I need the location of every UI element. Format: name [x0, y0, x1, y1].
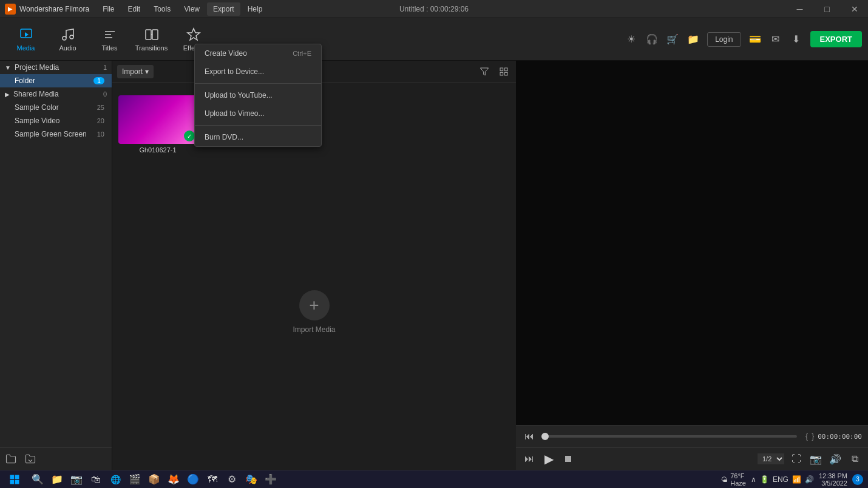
- menu-view[interactable]: View: [178, 2, 206, 16]
- search-taskbar-button[interactable]: 🔍: [29, 471, 46, 488]
- export-button[interactable]: EXPORT: [810, 31, 862, 47]
- upload-vimeo-item[interactable]: Upload to Vimeo...: [195, 104, 321, 123]
- toolbar-media[interactable]: Media: [6, 21, 46, 58]
- svg-rect-10: [504, 72, 507, 75]
- grid-view-button[interactable]: [497, 64, 511, 79]
- shared-media-arrow: ▶: [5, 91, 10, 98]
- settings-button[interactable]: ⚙: [223, 471, 240, 488]
- prev-frame-button[interactable]: ⏮: [522, 429, 537, 444]
- app-logo: ▶ Wondershare Filmora: [5, 4, 89, 15]
- headphones-icon[interactable]: 🎧: [645, 33, 659, 46]
- play-button[interactable]: ▶: [541, 452, 556, 466]
- speed-select[interactable]: 1/2 1/4 1x: [758, 453, 784, 464]
- shared-media-header[interactable]: ▶ Shared Media 0: [0, 87, 112, 101]
- export-to-device-item[interactable]: Export to Device...: [195, 63, 321, 81]
- burn-dvd-item[interactable]: Burn DVD...: [195, 128, 321, 146]
- shared-media-label: Shared Media: [13, 90, 59, 98]
- snapshot-button[interactable]: 📷: [809, 452, 823, 466]
- pip-button[interactable]: ⧉: [847, 452, 862, 466]
- dropdown-separator-1: [195, 83, 321, 84]
- filmora-taskbar-button[interactable]: 🎬: [126, 471, 143, 488]
- dropbox-button[interactable]: 📦: [146, 471, 163, 488]
- sample-color-item[interactable]: Sample Color 25: [0, 101, 112, 114]
- menu-edit[interactable]: Edit: [122, 2, 147, 16]
- toolbar-titles[interactable]: Titles: [90, 21, 129, 58]
- menu-help[interactable]: Help: [242, 2, 269, 16]
- camera-app-button[interactable]: 📷: [68, 471, 85, 488]
- minimize-button[interactable]: ─: [786, 0, 813, 18]
- media-item-label: Gh010627-1: [139, 146, 176, 154]
- project-media-label: Project Media: [15, 63, 59, 72]
- sample-color-count: 25: [97, 104, 104, 111]
- close-button[interactable]: ✕: [841, 0, 868, 18]
- windows-logo-icon: [9, 474, 20, 485]
- menu-tools[interactable]: Tools: [147, 2, 177, 16]
- mail-icon[interactable]: ✉: [769, 33, 782, 46]
- dropdown-separator-2: [195, 125, 321, 126]
- date: 3/5/2022: [819, 480, 847, 487]
- app-logo-icon: ▶: [5, 4, 16, 15]
- folder-icon[interactable]: 📁: [687, 33, 700, 46]
- progress-handle[interactable]: [541, 433, 549, 440]
- start-button[interactable]: [5, 473, 24, 486]
- edge-button[interactable]: 🌐: [107, 471, 124, 488]
- sample-green-screen-item[interactable]: Sample Green Screen 10: [0, 127, 112, 141]
- shared-media-count: 0: [103, 90, 107, 98]
- card-icon[interactable]: 💳: [748, 33, 762, 46]
- chevron-up-icon[interactable]: ∧: [751, 475, 756, 484]
- wifi-icon[interactable]: 📶: [792, 475, 801, 484]
- taskbar-icons: 🔍 📁 📷 🛍 🌐 🎬 📦 🦊 🔵 🗺 ⚙ 🎭 ➕: [29, 471, 721, 488]
- store-icon[interactable]: 🛒: [666, 33, 679, 46]
- upload-youtube-item[interactable]: Upload to YouTube...: [195, 86, 321, 104]
- svg-rect-11: [10, 475, 15, 479]
- file-explorer-button[interactable]: 📁: [49, 471, 66, 488]
- export-menu: Create Video Ctrl+E Export to Device... …: [194, 44, 322, 147]
- weather-widget[interactable]: 🌤 76°F Haze: [721, 472, 746, 487]
- project-media-header[interactable]: ▼ Project Media 1: [0, 61, 112, 74]
- open-folder-button[interactable]: [23, 452, 38, 466]
- chrome-button[interactable]: 🔵: [185, 471, 202, 488]
- volume-button[interactable]: 🔊: [828, 452, 843, 466]
- fullscreen-button[interactable]: ⛶: [789, 452, 804, 466]
- toolbar-audio[interactable]: Audio: [48, 21, 87, 58]
- import-dropdown[interactable]: Import ▾: [117, 65, 154, 78]
- main-area: ▼ Project Media 1 Folder 1 ▶ Shared Medi…: [0, 61, 868, 470]
- sample-video-item[interactable]: Sample Video 20: [0, 114, 112, 127]
- menu-export[interactable]: Export: [207, 2, 240, 16]
- create-video-item[interactable]: Create Video Ctrl+E: [195, 44, 321, 63]
- folder-item[interactable]: Folder 1: [0, 74, 112, 87]
- folder-count: 1: [93, 77, 104, 84]
- add-media-button[interactable]: +: [299, 290, 330, 320]
- vpn-button[interactable]: 🦊: [165, 471, 182, 488]
- media-item[interactable]: ✓ Gh010627-1: [118, 95, 197, 154]
- download-icon[interactable]: ⬇: [790, 33, 803, 46]
- login-button[interactable]: Login: [707, 32, 741, 47]
- stop-button[interactable]: ⏹: [561, 452, 575, 466]
- rewind-button[interactable]: ⏭: [522, 452, 537, 466]
- time-bracket-start: {: [805, 432, 808, 441]
- taskbar-right: 🌤 76°F Haze ∧ 🔋 ENG 📶 🔊 12:38 PM 3/5/202…: [721, 472, 863, 487]
- app-name: Wondershare Filmora: [19, 5, 89, 13]
- svg-rect-9: [500, 72, 503, 75]
- battery-icon[interactable]: 🔋: [760, 475, 769, 484]
- notification-badge[interactable]: 3: [852, 474, 863, 485]
- svg-rect-12: [15, 475, 19, 479]
- store-taskbar-button[interactable]: 🛍: [87, 471, 104, 488]
- extra-button[interactable]: ➕: [262, 471, 279, 488]
- maps-button[interactable]: 🗺: [204, 471, 221, 488]
- volume-taskbar-icon[interactable]: 🔊: [805, 475, 814, 484]
- toolbar-transitions[interactable]: Transitions: [132, 21, 171, 58]
- progress-bar[interactable]: [541, 435, 797, 438]
- vlc-button[interactable]: 🎭: [243, 471, 260, 488]
- titles-icon: [103, 27, 117, 42]
- filter-button[interactable]: [477, 64, 492, 79]
- brightness-icon[interactable]: ☀: [625, 33, 638, 46]
- keyboard-layout[interactable]: ENG: [773, 475, 788, 484]
- maximize-button[interactable]: □: [813, 0, 841, 18]
- sample-video-count: 20: [97, 117, 104, 124]
- menu-file[interactable]: File: [97, 2, 120, 16]
- new-folder-button[interactable]: [4, 452, 18, 466]
- project-media-arrow: ▼: [5, 64, 11, 71]
- import-media-label: Import Media: [293, 325, 335, 334]
- window-title: Untitled : 00:00:29:06: [399, 0, 469, 18]
